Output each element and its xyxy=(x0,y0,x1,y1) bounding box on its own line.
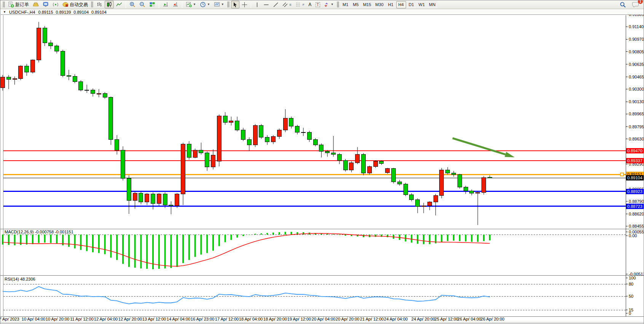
arrow-annotation[interactable] xyxy=(453,138,515,157)
candle-body xyxy=(247,140,251,145)
candle-body xyxy=(91,90,95,94)
macd-bar xyxy=(279,232,280,235)
rsi-axis-label: 80 xyxy=(629,282,633,286)
templates-button[interactable]: ▼ xyxy=(212,1,226,8)
timeframe-button-MN[interactable]: MN xyxy=(427,1,437,8)
trendline-tool-button[interactable] xyxy=(271,1,280,8)
search-icon xyxy=(620,2,626,8)
toolbar-grip[interactable] xyxy=(337,2,339,8)
horizontal-lines[interactable] xyxy=(3,151,626,206)
vertical-line-tool-button[interactable] xyxy=(253,1,261,8)
candle-body xyxy=(427,202,432,206)
cursor-icon xyxy=(233,2,238,8)
macd-bar xyxy=(164,235,166,268)
candle-body xyxy=(343,160,348,170)
toolbar-grip[interactable] xyxy=(227,2,230,8)
text-label-tool-button[interactable]: T xyxy=(314,1,322,8)
candle-body xyxy=(392,169,396,182)
auto-scroll-button[interactable] xyxy=(161,1,170,8)
time-axis-label: 13 Apr 12:00 xyxy=(142,317,166,321)
candle-body xyxy=(1,77,5,88)
macd-bar xyxy=(134,235,136,268)
rsi-label: RSI(14) 48.2306 xyxy=(5,277,35,281)
terminal-icon xyxy=(43,2,49,8)
candle-body xyxy=(403,184,408,195)
toolbar-grip[interactable] xyxy=(3,2,5,8)
macd-bar xyxy=(212,235,214,251)
macd-bar xyxy=(417,235,418,244)
macd-bar xyxy=(477,235,478,242)
candle-body xyxy=(199,150,203,153)
toolbar-grip[interactable] xyxy=(91,2,93,8)
price-tag-label: 0.89104 xyxy=(627,176,642,180)
timeframe-button-H1[interactable]: H1 xyxy=(386,1,396,8)
time-axis-label: 25 Apr 12:00 xyxy=(435,317,458,321)
periods-button[interactable]: ▼ xyxy=(198,1,212,8)
price-tick-label: 0.90465 xyxy=(629,75,644,79)
candle-body xyxy=(373,161,378,166)
zoom-out-button[interactable] xyxy=(138,1,147,8)
equidistant-channel-tool-button[interactable]: E xyxy=(281,1,293,8)
new-order-button[interactable]: 新订单 xyxy=(6,1,30,8)
candlestick-chart-button[interactable] xyxy=(105,1,114,8)
macd-bar xyxy=(236,235,238,238)
search-button[interactable] xyxy=(618,1,628,8)
candle-body xyxy=(115,140,119,150)
candle-body xyxy=(37,28,41,60)
timeframe-button-M5[interactable]: M5 xyxy=(351,1,361,8)
chevron-down-icon[interactable]: ▼ xyxy=(3,10,6,14)
candle-body xyxy=(121,150,125,178)
macd-signal-line xyxy=(3,233,490,266)
candle-body xyxy=(277,130,281,137)
fibonacci-tool-button[interactable]: F xyxy=(294,1,306,8)
timeframe-button-H4[interactable]: H4 xyxy=(396,1,406,8)
timeframe-button-W1[interactable]: W1 xyxy=(417,1,427,8)
macd-bar xyxy=(206,235,208,253)
tile-windows-icon xyxy=(149,2,155,8)
price-axis[interactable]: 0.913050.911400.909700.908050.906350.904… xyxy=(626,12,644,228)
signals-button[interactable] xyxy=(51,1,60,8)
chart-shift-button[interactable] xyxy=(171,1,180,8)
arrows-tool-button[interactable]: ▼ xyxy=(322,1,335,8)
macd-bar xyxy=(140,235,142,268)
timeframe-button-D1[interactable]: D1 xyxy=(406,1,416,8)
macd-bar xyxy=(218,235,220,246)
time-axis-label: 18 Apr 20:00 xyxy=(263,317,287,321)
candle-body xyxy=(193,150,197,158)
horizontal-line-tool-button[interactable] xyxy=(262,1,271,8)
time-axis[interactable]: 7 Apr 202310 Apr 04:0010 Apr 20:0011 Apr… xyxy=(0,317,504,321)
notifications-button[interactable]: 1 xyxy=(631,1,641,8)
timeframe-button-M15[interactable]: M15 xyxy=(361,1,373,8)
auto-trading-label: 自动交易 xyxy=(70,2,88,8)
crosshair-icon xyxy=(242,2,247,8)
chart-canvas[interactable]: 0.913050.911400.909700.908050.906350.904… xyxy=(0,0,644,324)
candle-body xyxy=(6,77,11,80)
candle-body xyxy=(332,153,336,155)
tile-windows-button[interactable] xyxy=(148,1,157,8)
text-tool-button[interactable]: A xyxy=(307,1,313,8)
crosshair-tool-button[interactable] xyxy=(240,1,249,8)
candle-body xyxy=(476,192,480,193)
candle-body xyxy=(73,77,77,82)
cursor-tool-button[interactable] xyxy=(231,1,239,8)
timeframe-button-M1[interactable]: M1 xyxy=(341,1,351,8)
price-tick-label: 0.88790 xyxy=(629,199,644,204)
timeframe-button-M30[interactable]: M30 xyxy=(373,1,385,8)
time-axis-label: 14 Apr 04:00 xyxy=(167,317,190,321)
macd-bar xyxy=(8,235,10,245)
price-tick-label: 0.90130 xyxy=(629,99,644,104)
candle-body xyxy=(325,152,330,153)
auto-trading-button[interactable]: 自动交易 xyxy=(61,1,89,8)
line-chart-button[interactable] xyxy=(115,1,124,8)
macd-bar xyxy=(2,235,3,244)
macd-bar xyxy=(375,235,376,237)
gold-bar-button[interactable] xyxy=(31,1,40,8)
bar-chart-button[interactable] xyxy=(95,1,104,8)
terminal-button[interactable] xyxy=(41,1,50,8)
ohlc-close: 0.89104 xyxy=(91,10,107,14)
rsi-axis-label: 50 xyxy=(629,294,633,298)
candle-body xyxy=(464,187,468,191)
indicators-button[interactable]: ▼ xyxy=(184,1,198,8)
zoom-in-button[interactable] xyxy=(128,1,137,8)
candle-body xyxy=(457,174,462,187)
